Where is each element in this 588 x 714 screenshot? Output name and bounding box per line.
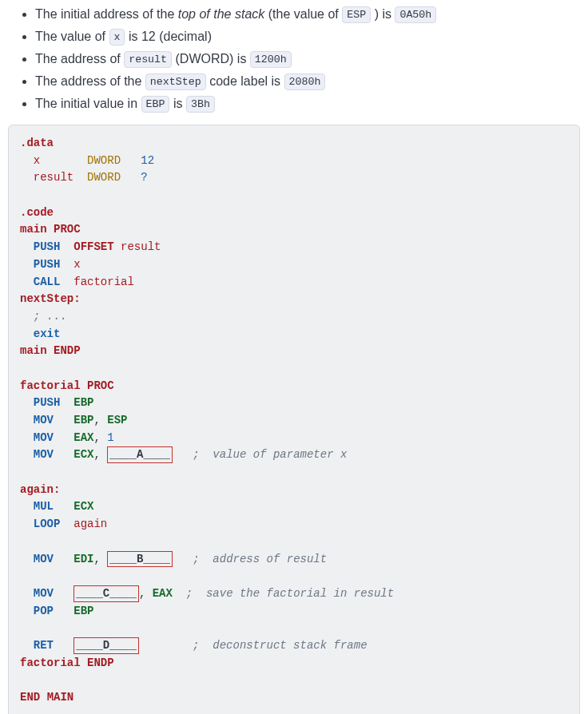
fact-ebp: The initial value in EBP is 3Bh <box>35 94 580 113</box>
comment-ellipsis: ; ... <box>34 310 67 323</box>
kw-endp: ENDP <box>87 656 114 669</box>
op-mov: MOV <box>34 431 54 444</box>
type-dword: DWORD <box>87 154 121 167</box>
text: The address of the <box>35 74 145 88</box>
chip-x: x <box>109 29 125 46</box>
var-x: x <box>34 154 40 167</box>
reg-eax: EAX <box>74 431 93 444</box>
text: code label is <box>206 74 284 88</box>
fact-nextstep-addr: The address of the nextStep code label i… <box>35 72 580 91</box>
comment-a: ; value of parameter x <box>193 448 347 461</box>
op-ret: RET <box>34 639 54 652</box>
comment-b: ; address of result <box>193 553 327 565</box>
ident-x: x <box>74 258 80 271</box>
fact-x: The value of x is 12 (decimal) <box>35 27 580 46</box>
op-exit: exit <box>34 327 61 340</box>
assembly-code: .data x DWORD 12 result DWORD ? .code ma… <box>8 125 580 714</box>
op-pop: POP <box>34 605 54 617</box>
ident-again: again <box>74 518 107 530</box>
op-call: CALL <box>34 276 61 288</box>
reg-eax: EAX <box>153 587 173 600</box>
blank-b[interactable]: ____B____ <box>107 551 173 568</box>
chip-esp: ESP <box>342 6 371 23</box>
text: The value of <box>35 30 109 43</box>
type-dword: DWORD <box>87 171 121 184</box>
num-1: 1 <box>107 431 113 444</box>
text: is 12 (decimal) <box>125 30 211 43</box>
label-nextstep: nextStep: <box>20 292 81 305</box>
kw-end: END <box>20 691 40 704</box>
var-result: result <box>34 171 74 184</box>
blank-a[interactable]: ____A____ <box>107 446 173 463</box>
reg-ebp: EBP <box>74 605 93 617</box>
label-main: main <box>20 344 47 357</box>
op-mov: MOV <box>34 553 54 565</box>
op-push: PUSH <box>34 258 61 271</box>
kw-main: MAIN <box>47 691 74 704</box>
text: (DWORD) is <box>172 52 250 65</box>
label-factorial: factorial <box>20 656 81 669</box>
op-mov: MOV <box>34 414 54 426</box>
op-mul: MUL <box>34 500 54 513</box>
given-facts-list: The initial address of the top of the st… <box>8 5 580 113</box>
ident-result: result <box>121 240 161 253</box>
kw-proc: PROC <box>87 379 114 392</box>
label-again: again: <box>20 483 60 496</box>
chip-0a50h: 0A50h <box>395 6 436 23</box>
text: (the value of <box>264 7 342 21</box>
text: The address of <box>35 52 124 65</box>
chip-1200h: 1200h <box>250 51 292 68</box>
op-mov: MOV <box>34 448 54 461</box>
reg-esp: ESP <box>107 414 127 426</box>
fact-result-addr: The address of result (DWORD) is 1200h <box>35 50 580 69</box>
text: is <box>169 97 185 110</box>
op-loop: LOOP <box>34 518 61 530</box>
blank-c[interactable]: ____C____ <box>74 585 139 602</box>
text: The initial address of the <box>35 7 178 21</box>
chip-result: result <box>124 51 172 68</box>
op-mov: MOV <box>34 587 54 600</box>
label-main: main <box>20 223 47 236</box>
fact-esp: The initial address of the top of the st… <box>35 5 580 24</box>
reg-ecx: ECX <box>74 500 93 513</box>
directive-code: .code <box>20 206 54 219</box>
text-em: top of the stack <box>178 7 265 21</box>
reg-ebp: EBP <box>74 396 93 409</box>
reg-ebp: EBP <box>74 414 93 426</box>
chip-nextstep: nextStep <box>145 73 206 90</box>
chip-3bh: 3Bh <box>186 96 215 113</box>
unknown-q: ? <box>141 171 147 184</box>
kw-proc: PROC <box>54 223 81 236</box>
blank-d[interactable]: ____D____ <box>74 637 139 654</box>
chip-ebp: EBP <box>141 96 170 113</box>
reg-edi: EDI <box>74 553 93 565</box>
text: ) is <box>371 7 395 21</box>
kw-offset: OFFSET <box>74 240 113 253</box>
op-push: PUSH <box>34 396 61 409</box>
reg-ecx: ECX <box>74 448 93 461</box>
num-12: 12 <box>141 154 154 167</box>
directive-data: .data <box>20 137 54 149</box>
comment-d: ; deconstruct stack frame <box>193 639 367 652</box>
op-push: PUSH <box>34 240 61 253</box>
comment-c: ; save the factorial in result <box>186 587 394 600</box>
kw-endp: ENDP <box>54 344 81 357</box>
chip-2080h: 2080h <box>284 73 326 90</box>
ident-factorial: factorial <box>74 276 134 288</box>
text: The initial value in <box>35 97 141 110</box>
label-factorial: factorial <box>20 379 81 392</box>
